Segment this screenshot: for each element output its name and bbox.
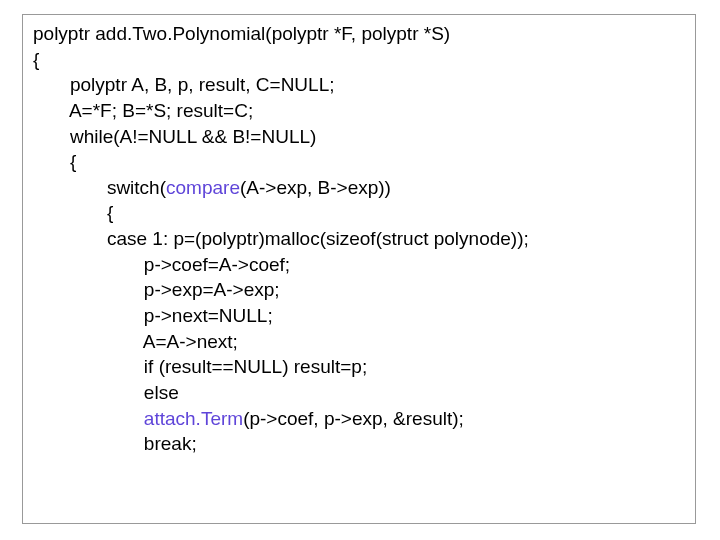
code-line: A=A->next; <box>33 331 238 352</box>
code-line: if (result==NULL) result=p; <box>33 356 367 377</box>
code-block: polyptr add.Two.Polynomial(polyptr *F, p… <box>33 21 687 457</box>
code-frame: polyptr add.Two.Polynomial(polyptr *F, p… <box>22 14 696 524</box>
code-line-part: (p->coef, p->exp, &result); <box>243 408 464 429</box>
code-line: case 1: p=(polyptr)malloc(sizeof(struct … <box>33 228 529 249</box>
code-line: else <box>33 382 179 403</box>
code-line: p->exp=A->exp; <box>33 279 280 300</box>
code-line: { <box>33 49 39 70</box>
code-line: polyptr A, B, p, result, C=NULL; <box>33 74 335 95</box>
code-line-part: (A->exp, B->exp)) <box>240 177 391 198</box>
code-line: { <box>33 151 76 172</box>
code-line <box>33 408 144 429</box>
code-line: p->next=NULL; <box>33 305 273 326</box>
code-line: while(A!=NULL && B!=NULL) <box>33 126 316 147</box>
fn-attachterm: attach.Term <box>144 408 243 429</box>
fn-compare: compare <box>166 177 240 198</box>
code-line: A=*F; B=*S; result=C; <box>33 100 253 121</box>
code-line: p->coef=A->coef; <box>33 254 290 275</box>
code-line: break; <box>33 433 197 454</box>
code-line: polyptr add.Two.Polynomial(polyptr *F, p… <box>33 23 450 44</box>
code-line: switch( <box>33 177 166 198</box>
code-line: { <box>33 202 113 223</box>
